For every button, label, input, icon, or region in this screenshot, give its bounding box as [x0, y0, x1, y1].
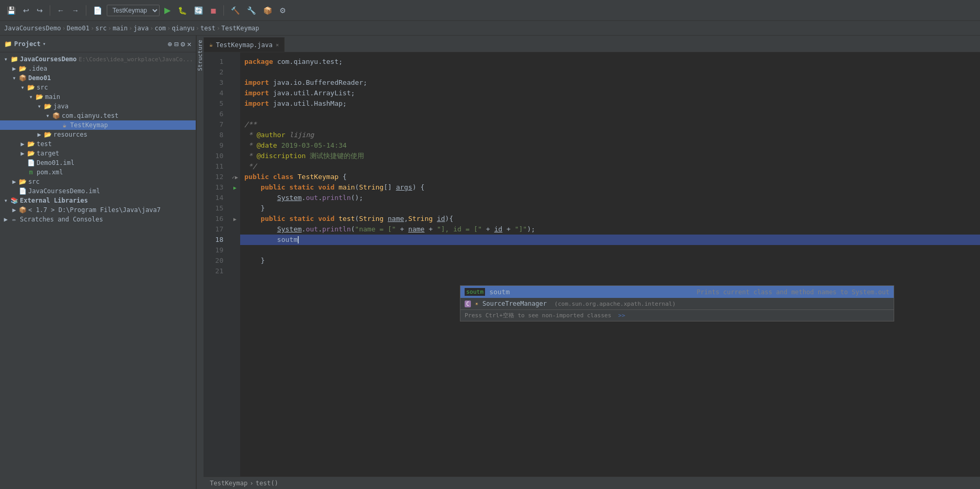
- code-line-7: /**: [240, 119, 980, 130]
- tree-item-demo01iml[interactable]: 📄 Demo01.iml: [0, 158, 196, 168]
- expand-arrow[interactable]: ▾: [2, 55, 9, 63]
- locate-icon[interactable]: ⊕: [167, 40, 172, 48]
- gear-icon[interactable]: ⚙: [181, 40, 185, 48]
- sidebar-header: 📁 Project ▾ ⊕ ⊟ ⚙ ✕: [0, 36, 196, 52]
- close-icon[interactable]: ✕: [187, 40, 192, 48]
- code-line-2: [240, 67, 980, 77]
- breadcrumb-item-5[interactable]: java: [133, 25, 149, 32]
- sdk-button[interactable]: 📦: [261, 5, 275, 16]
- breadcrumb-item-3[interactable]: src: [95, 25, 107, 32]
- editor-area: ☕ TestKeymap.java ✕ 1 2 3 4 5 6 7 8 9 10…: [204, 36, 980, 489]
- run-button[interactable]: ▶: [162, 4, 173, 17]
- tab-close-button[interactable]: ✕: [276, 42, 279, 48]
- tree-item-scratches[interactable]: ▶ ✏ Scratches and Consoles: [0, 215, 196, 224]
- expand-arrow[interactable]: ▾: [2, 197, 9, 204]
- breadcrumb-item-1[interactable]: JavaCoursesDemo: [4, 25, 61, 32]
- tree-item-javacoursesdemo[interactable]: ▾ 📁 JavaCoursesDemo E:\Codes\idea_workpl…: [0, 54, 196, 64]
- expand-arrow[interactable]: ▾: [27, 93, 35, 101]
- code-line-18: soutm: [240, 235, 980, 245]
- collapse-icon[interactable]: ⊟: [174, 40, 178, 48]
- chevron-down-icon[interactable]: ▾: [43, 41, 46, 47]
- debug-button[interactable]: 🐛: [175, 5, 189, 16]
- expand-arrow[interactable]: ▶: [19, 140, 26, 148]
- expand-arrow[interactable]: ▶: [36, 131, 43, 138]
- tree-item-pomxml[interactable]: m pom.xml: [0, 168, 196, 177]
- tree-item-extlibs[interactable]: ▾ 📚 External Libraries: [0, 196, 196, 205]
- tree-item-test[interactable]: ▶ 📂 test: [0, 139, 196, 149]
- module-icon: 📦: [18, 74, 27, 82]
- folder-icon: 📂: [35, 93, 44, 101]
- expand-arrow[interactable]: ▾: [19, 84, 26, 91]
- breadcrumb-item-6[interactable]: com: [154, 25, 166, 32]
- tree-item-java[interactable]: ▾ 📂 java: [0, 102, 196, 111]
- breadcrumb-item-4[interactable]: main: [112, 25, 128, 32]
- bottom-breadcrumb: TestKeymap › test(): [204, 476, 980, 489]
- run-main[interactable]: ▶: [230, 182, 240, 193]
- run-config-dropdown[interactable]: TestKeymap: [107, 5, 160, 16]
- tab-label: TestKeymap.java: [216, 41, 273, 49]
- code-line-16: public static void test(String name,Stri…: [240, 214, 980, 224]
- code-line-8: * @author lijing: [240, 130, 980, 140]
- folder-icon: 📂: [18, 65, 27, 72]
- build-button[interactable]: 🔨: [228, 5, 242, 16]
- expand-arrow[interactable]: ▶: [2, 216, 9, 223]
- separator-3: [223, 5, 224, 16]
- editor-tab-testkeymap[interactable]: ☕ TestKeymap.java ✕: [204, 37, 285, 52]
- package-icon: 📦: [51, 112, 61, 119]
- expand-arrow[interactable]: ▶: [10, 178, 18, 185]
- code-content[interactable]: package com.qianyu.test; import java.io.…: [240, 52, 980, 476]
- tree-item-testkeymap[interactable]: ☕ TestKeymap: [0, 120, 196, 130]
- undo-button[interactable]: ↩: [20, 5, 32, 16]
- tree-item-demo01[interactable]: ▾ 📦 Demo01: [0, 73, 196, 83]
- bottom-breadcrumb-class[interactable]: TestKeymap: [210, 480, 247, 487]
- java-icon: ☕: [209, 41, 213, 48]
- breadcrumb-item-8[interactable]: test: [200, 25, 216, 32]
- autocomplete-item-sourcetreemanager[interactable]: C ☀ SourceTreeManager (com.sun.org.apach…: [460, 298, 894, 309]
- expand-arrow[interactable]: ▾: [36, 103, 43, 110]
- tree-item-package[interactable]: ▾ 📦 com.qianyu.test: [0, 111, 196, 120]
- code-line-1: package com.qianyu.test;: [240, 57, 980, 67]
- gutter: ✓▶ ▶ ▶: [230, 52, 240, 476]
- tree-item-jdk[interactable]: ▶ 📦 < 1.7 > D:\Program Files\Java\java7: [0, 205, 196, 215]
- breadcrumb-item-9[interactable]: TestKeymap: [221, 25, 259, 32]
- main-layout: 📁 Project ▾ ⊕ ⊟ ⚙ ✕ ▾ 📁 JavaCoursesDemo …: [0, 36, 980, 489]
- code-line-11: */: [240, 161, 980, 172]
- class-icon: C: [465, 301, 471, 307]
- fold-method[interactable]: ▶: [230, 214, 240, 224]
- template-icon: soutm: [465, 288, 485, 296]
- tree-item-idea[interactable]: ▶ 📂 .idea: [0, 64, 196, 73]
- tree-item-resources[interactable]: ▶ 📂 resources: [0, 130, 196, 139]
- autocomplete-popup[interactable]: soutm soutm Prints current class and met…: [460, 285, 894, 321]
- tree-item-target[interactable]: ▶ 📂 target: [0, 149, 196, 158]
- redo-button[interactable]: ↪: [34, 5, 46, 16]
- stop-button[interactable]: ◼: [208, 5, 219, 16]
- tree-item-src2[interactable]: ▶ 📂 src: [0, 177, 196, 186]
- breadcrumb-item-2[interactable]: Demo01: [67, 25, 89, 32]
- fold-class[interactable]: ✓▶: [230, 172, 240, 182]
- resources-icon: 📂: [43, 131, 52, 138]
- expand-arrow[interactable]: ▾: [44, 112, 51, 119]
- tree-item-javacoursesdemoiml[interactable]: 📄 JavaCoursesDemo.iml: [0, 186, 196, 196]
- tab-bar: ☕ TestKeymap.java ✕: [204, 36, 980, 52]
- expand-arrow[interactable]: ▾: [10, 74, 18, 82]
- line-numbers: 1 2 3 4 5 6 7 8 9 10 11 12 13 14 15 16 1…: [204, 52, 230, 476]
- bottom-breadcrumb-method[interactable]: test(): [255, 480, 278, 487]
- settings-button[interactable]: ⚙: [277, 5, 289, 16]
- code-editor[interactable]: 1 2 3 4 5 6 7 8 9 10 11 12 13 14 15 16 1…: [204, 52, 980, 476]
- forward-button[interactable]: →: [69, 5, 82, 16]
- expand-arrow[interactable]: ▶: [19, 150, 26, 157]
- back-button[interactable]: ←: [54, 5, 67, 16]
- autocomplete-name-soutm: soutm: [489, 288, 510, 296]
- recent-files-button[interactable]: 📄: [91, 5, 105, 16]
- tree-item-src[interactable]: ▾ 📂 src: [0, 83, 196, 92]
- test-folder-icon: 📂: [26, 140, 36, 148]
- save-button[interactable]: 💾: [4, 5, 18, 16]
- code-line-19: [240, 245, 980, 255]
- breadcrumb-item-7[interactable]: qianyu: [172, 25, 194, 32]
- tree-item-main[interactable]: ▾ 📂 main: [0, 92, 196, 102]
- expand-arrow[interactable]: ▶: [10, 65, 18, 72]
- expand-arrow[interactable]: ▶: [10, 206, 18, 214]
- coverage-button[interactable]: 🔄: [192, 5, 206, 16]
- autocomplete-item-soutm[interactable]: soutm soutm Prints current class and met…: [460, 286, 894, 298]
- tools-button[interactable]: 🔧: [244, 5, 258, 16]
